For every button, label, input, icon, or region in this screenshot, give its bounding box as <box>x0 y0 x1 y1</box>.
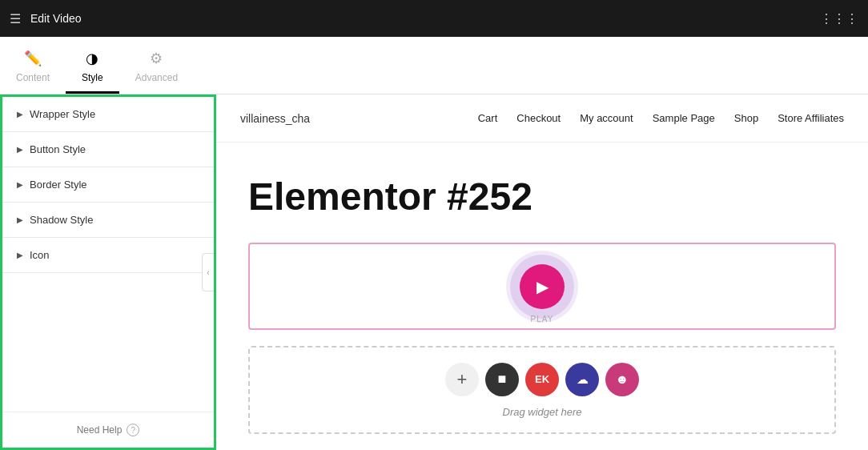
tab-advanced[interactable]: ⚙ Advanced <box>119 37 194 94</box>
nav-link-affiliates[interactable]: Store Affiliates <box>778 112 844 124</box>
canvas-brand: villainess_cha <box>240 112 310 125</box>
drop-icon-dark[interactable]: ■ <box>485 363 519 396</box>
sidebar-footer: Need Help ? <box>2 412 214 448</box>
canvas-nav-links: Cart Checkout My account Sample Page Sho… <box>478 112 844 124</box>
drop-zone: + ■ EK ☁ ☻ Drag widget here <box>248 346 836 434</box>
drop-icon-cloud[interactable]: ☁ <box>565 363 599 396</box>
sidebar-section-shadow[interactable]: ▶ Shadow Style <box>2 203 214 238</box>
sidebar-section-border-label: Border Style <box>30 179 87 191</box>
nav-link-samplepage[interactable]: Sample Page <box>653 112 715 124</box>
nav-link-cart[interactable]: Cart <box>478 112 498 124</box>
help-icon[interactable]: ? <box>127 424 139 436</box>
style-icon: ◑ <box>86 50 98 67</box>
main-layout: ▶ Wrapper Style ▶ Button Style ▶ Border … <box>0 94 868 450</box>
sidebar-section-button[interactable]: ▶ Button Style <box>2 132 214 167</box>
sidebar-section-icon[interactable]: ▶ Icon <box>2 238 214 273</box>
hamburger-icon[interactable]: ☰ <box>10 11 21 26</box>
play-button[interactable]: ▶ <box>520 264 565 309</box>
sidebar-section-border[interactable]: ▶ Border Style <box>2 167 214 203</box>
chevron-icon-border: ▶ <box>17 180 23 189</box>
drop-zone-icons: + ■ EK ☁ ☻ <box>445 363 639 396</box>
nav-link-checkout[interactable]: Checkout <box>516 112 561 124</box>
tab-content-label: Content <box>16 72 50 83</box>
advanced-icon: ⚙ <box>150 50 163 67</box>
canvas-nav: villainess_cha Cart Checkout My account … <box>216 94 868 143</box>
sidebar-section-shadow-label: Shadow Style <box>30 214 94 226</box>
top-bar: ☰ Edit Video ⋮⋮⋮ <box>0 0 868 37</box>
top-bar-title: Edit Video <box>30 12 82 25</box>
canvas-inner: villainess_cha Cart Checkout My account … <box>216 94 868 450</box>
page-title: Elementor #252 <box>248 175 836 219</box>
grid-icon[interactable]: ⋮⋮⋮ <box>820 11 858 26</box>
drop-icon-ek[interactable]: EK <box>525 363 559 396</box>
play-btn-glow: ▶ <box>510 255 574 319</box>
content-icon: ✏️ <box>24 50 42 67</box>
chevron-icon-icon: ▶ <box>17 251 23 259</box>
tab-content[interactable]: ✏️ Content <box>0 37 66 94</box>
need-help-label: Need Help <box>77 424 123 436</box>
sidebar-section-wrapper-label: Wrapper Style <box>30 108 95 120</box>
play-label: PLAY <box>531 315 554 323</box>
tab-advanced-label: Advanced <box>135 72 178 83</box>
sidebar-section-icon-label: Icon <box>30 249 50 261</box>
sidebar-section-button-label: Button Style <box>30 143 86 155</box>
chevron-icon-wrapper: ▶ <box>17 110 23 119</box>
nav-link-shop[interactable]: Shop <box>734 112 758 124</box>
sidebar-section-wrapper[interactable]: ▶ Wrapper Style <box>2 97 214 132</box>
drop-zone-label: Drag widget here <box>503 406 582 418</box>
top-bar-left: ☰ Edit Video <box>10 11 82 26</box>
sidebar-content: ▶ Wrapper Style ▶ Button Style ▶ Border … <box>2 97 214 412</box>
tabs-bar: ✏️ Content ◑ Style ⚙ Advanced <box>0 37 868 94</box>
video-widget[interactable]: ▶ PLAY <box>248 243 836 330</box>
sidebar: ▶ Wrapper Style ▶ Button Style ▶ Border … <box>0 94 216 450</box>
sidebar-collapse-handle[interactable]: ‹ <box>202 253 215 291</box>
nav-link-myaccount[interactable]: My account <box>580 112 633 124</box>
drop-icon-add[interactable]: + <box>445 363 479 396</box>
page-content: Elementor #252 ▶ PLAY + ■ EK ☁ ☻ <box>216 143 868 450</box>
chevron-icon-shadow: ▶ <box>17 215 23 224</box>
tab-style[interactable]: ◑ Style <box>66 37 119 94</box>
canvas-area: villainess_cha Cart Checkout My account … <box>216 94 868 450</box>
drop-icon-smiley[interactable]: ☻ <box>605 363 639 396</box>
tab-style-label: Style <box>82 72 103 83</box>
chevron-icon-button: ▶ <box>17 145 23 154</box>
